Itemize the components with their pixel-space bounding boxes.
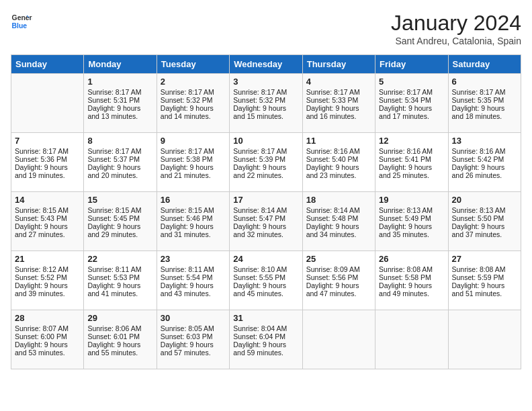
day-info: Sunset: 5:50 PM: [452, 214, 517, 222]
day-number: 20: [452, 195, 517, 205]
day-info: Sunrise: 8:14 AM: [306, 206, 371, 214]
day-info: Sunrise: 8:17 AM: [87, 88, 152, 96]
day-number: 1: [87, 77, 152, 87]
day-info: Sunset: 5:37 PM: [87, 155, 152, 163]
day-info: and 49 minutes.: [379, 289, 444, 298]
day-number: 2: [161, 77, 226, 87]
day-info: Sunset: 5:35 PM: [452, 96, 517, 104]
day-number: 21: [15, 254, 80, 264]
week-row-2: 14Sunrise: 8:15 AMSunset: 5:43 PMDayligh…: [11, 192, 521, 251]
day-info: Daylight: 9 hours: [306, 104, 371, 112]
day-info: and 37 minutes.: [452, 230, 517, 238]
calendar-cell: 14Sunrise: 8:15 AMSunset: 5:43 PMDayligh…: [11, 192, 84, 251]
day-info: Sunrise: 8:11 AM: [161, 265, 226, 273]
day-info: and 20 minutes.: [87, 171, 152, 179]
calendar-cell: 28Sunrise: 8:07 AMSunset: 6:00 PMDayligh…: [11, 310, 84, 369]
day-info: and 59 minutes.: [233, 349, 298, 357]
day-info: and 51 minutes.: [452, 289, 517, 298]
day-info: Daylight: 9 hours: [379, 163, 444, 171]
day-info: Daylight: 9 hours: [87, 222, 152, 230]
day-info: Sunrise: 8:16 AM: [452, 147, 517, 155]
calendar-cell: 3Sunrise: 8:17 AMSunset: 5:32 PMDaylight…: [230, 74, 302, 133]
day-info: Sunset: 5:34 PM: [379, 96, 444, 104]
day-info: and 21 minutes.: [161, 171, 226, 179]
day-info: Sunset: 5:47 PM: [233, 214, 298, 222]
day-info: and 55 minutes.: [87, 349, 152, 357]
day-info: Daylight: 9 hours: [379, 104, 444, 112]
calendar-cell: 26Sunrise: 8:08 AMSunset: 5:58 PMDayligh…: [375, 251, 448, 310]
day-info: Sunrise: 8:06 AM: [87, 324, 152, 332]
day-info: Sunset: 6:03 PM: [161, 332, 226, 340]
day-info: and 17 minutes.: [379, 112, 444, 120]
day-info: Daylight: 9 hours: [452, 104, 517, 112]
column-header-sunday: Sunday: [11, 55, 84, 74]
week-row-3: 21Sunrise: 8:12 AMSunset: 5:52 PMDayligh…: [11, 251, 521, 310]
day-info: and 41 minutes.: [87, 289, 152, 298]
day-info: Sunset: 6:00 PM: [15, 332, 80, 340]
day-info: and 47 minutes.: [306, 289, 371, 298]
calendar-cell: 5Sunrise: 8:17 AMSunset: 5:34 PMDaylight…: [375, 74, 448, 133]
day-info: Sunset: 6:04 PM: [233, 332, 298, 340]
day-number: 19: [379, 195, 444, 205]
calendar-cell: 12Sunrise: 8:16 AMSunset: 5:41 PMDayligh…: [375, 133, 448, 192]
day-info: and 43 minutes.: [161, 289, 226, 298]
week-row-1: 7Sunrise: 8:17 AMSunset: 5:36 PMDaylight…: [11, 133, 521, 192]
day-info: Sunrise: 8:04 AM: [233, 324, 298, 332]
day-info: Daylight: 9 hours: [233, 163, 298, 171]
day-info: Sunset: 5:46 PM: [161, 214, 226, 222]
day-info: Daylight: 9 hours: [452, 281, 517, 289]
day-number: 10: [233, 136, 298, 146]
calendar-cell: 7Sunrise: 8:17 AMSunset: 5:36 PMDaylight…: [11, 133, 84, 192]
day-number: 25: [306, 254, 371, 264]
day-info: Sunset: 5:40 PM: [306, 155, 371, 163]
column-header-thursday: Thursday: [302, 55, 375, 74]
day-info: Sunrise: 8:08 AM: [379, 265, 444, 273]
day-number: 7: [15, 136, 80, 146]
day-info: Sunrise: 8:07 AM: [15, 324, 80, 332]
calendar-cell: 24Sunrise: 8:10 AMSunset: 5:55 PMDayligh…: [230, 251, 302, 310]
day-info: Daylight: 9 hours: [161, 163, 226, 171]
day-info: Daylight: 9 hours: [379, 222, 444, 230]
day-info: Sunset: 5:36 PM: [15, 155, 80, 163]
day-info: Sunrise: 8:17 AM: [379, 88, 444, 96]
logo: General Blue: [11, 11, 32, 32]
day-info: and 53 minutes.: [15, 349, 80, 357]
day-info: and 26 minutes.: [452, 171, 517, 179]
day-number: 13: [452, 136, 517, 146]
day-info: Sunset: 5:55 PM: [233, 273, 298, 281]
day-info: and 27 minutes.: [15, 230, 80, 238]
day-number: 4: [306, 77, 371, 87]
day-info: Daylight: 9 hours: [233, 340, 298, 349]
day-info: Sunset: 5:58 PM: [379, 273, 444, 281]
day-info: Sunrise: 8:17 AM: [233, 147, 298, 155]
day-info: Sunrise: 8:05 AM: [161, 324, 226, 332]
calendar-cell: 18Sunrise: 8:14 AMSunset: 5:48 PMDayligh…: [302, 192, 375, 251]
day-info: Sunset: 5:42 PM: [452, 155, 517, 163]
day-info: Sunrise: 8:15 AM: [15, 206, 80, 214]
column-header-tuesday: Tuesday: [157, 55, 229, 74]
day-number: 24: [233, 254, 298, 264]
calendar-cell: [375, 310, 448, 369]
day-info: and 15 minutes.: [233, 112, 298, 120]
day-info: Daylight: 9 hours: [161, 104, 226, 112]
day-number: 8: [87, 136, 152, 146]
day-info: Daylight: 9 hours: [15, 281, 80, 289]
day-info: Sunset: 5:41 PM: [379, 155, 444, 163]
day-number: 23: [161, 254, 226, 264]
day-info: Daylight: 9 hours: [87, 281, 152, 289]
day-info: Daylight: 9 hours: [452, 163, 517, 171]
svg-text:Blue: Blue: [12, 22, 28, 30]
day-info: Daylight: 9 hours: [161, 340, 226, 349]
calendar-cell: 9Sunrise: 8:17 AMSunset: 5:38 PMDaylight…: [157, 133, 229, 192]
day-info: Sunset: 5:54 PM: [161, 273, 226, 281]
day-info: Sunset: 5:52 PM: [15, 273, 80, 281]
day-number: 27: [452, 254, 517, 264]
calendar-cell: 10Sunrise: 8:17 AMSunset: 5:39 PMDayligh…: [230, 133, 302, 192]
day-info: Sunrise: 8:13 AM: [452, 206, 517, 214]
day-info: and 14 minutes.: [161, 112, 226, 120]
day-number: 30: [161, 313, 226, 323]
day-info: Sunrise: 8:17 AM: [233, 88, 298, 96]
day-info: Sunset: 5:45 PM: [87, 214, 152, 222]
page-header: General Blue January 2024 Sant Andreu, C…: [11, 11, 521, 46]
day-number: 5: [379, 77, 444, 87]
